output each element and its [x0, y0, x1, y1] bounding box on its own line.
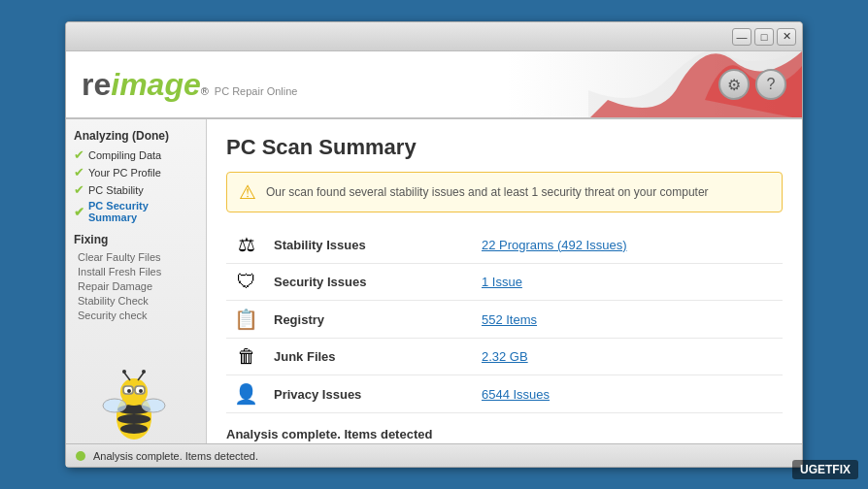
- check-icon: ✔: [74, 147, 84, 162]
- table-row: 📋 Registry 552 Items: [226, 301, 783, 339]
- settings-icon: ⚙: [727, 76, 741, 94]
- privacy-label: Privacy Issues: [266, 375, 474, 413]
- sidebar-analyzing-title: Analyzing (Done): [74, 129, 198, 143]
- registry-label: Registry: [266, 301, 474, 339]
- analysis-complete-text: Analysis complete. Items detected: [226, 427, 783, 441]
- check-icon: ✔: [74, 165, 84, 179]
- sidebar-item-compiling: ✔ Compiling Data: [74, 147, 198, 162]
- logo-registered: ®: [201, 85, 209, 97]
- sidebar-item-label: PC Security Summary: [88, 200, 198, 223]
- logo-image: image: [111, 67, 200, 103]
- app-body: Analyzing (Done) ✔ Compiling Data ✔ Your…: [66, 119, 802, 443]
- registry-value[interactable]: 552 Items: [474, 301, 783, 339]
- help-icon: ?: [767, 76, 776, 93]
- svg-point-15: [122, 370, 126, 374]
- warning-text: Our scan found several stability issues …: [266, 185, 709, 199]
- stability-icon: ⚖: [226, 226, 266, 264]
- svg-point-18: [142, 399, 165, 412]
- maximize-button[interactable]: □: [754, 28, 774, 46]
- status-bar: Analysis complete. Items detected.: [66, 443, 802, 467]
- sidebar-item-stability: ✔ PC Stability: [74, 182, 198, 197]
- check-icon: ✔: [74, 182, 84, 197]
- bee-mascot: [85, 365, 183, 442]
- stability-value[interactable]: 22 Programs (492 Issues): [474, 226, 783, 264]
- main-window: — □ ✕ reimage® PC Repair Online ⚙ ?: [65, 21, 803, 468]
- security-label: Security Issues: [266, 264, 474, 301]
- sidebar-item-label: PC Stability: [88, 184, 144, 196]
- sidebar-item-security: ✔ PC Security Summary: [74, 200, 198, 223]
- svg-point-17: [103, 399, 126, 412]
- svg-point-4: [120, 424, 148, 434]
- junk-value[interactable]: 2.32 GB: [474, 339, 783, 375]
- status-text: Analysis complete. Items detected.: [93, 450, 258, 462]
- check-icon: ✔: [74, 205, 84, 219]
- status-dot: [76, 451, 85, 461]
- svg-point-9: [139, 389, 143, 393]
- minimize-button[interactable]: —: [732, 28, 751, 46]
- junk-label: Junk Files: [266, 339, 474, 375]
- sidebar-fix-repair: Repair Damage: [74, 280, 198, 292]
- security-value[interactable]: 1 Issue: [474, 264, 783, 301]
- svg-line-13: [124, 373, 130, 380]
- logo-re: re: [82, 67, 111, 103]
- registry-icon: 📋: [226, 301, 266, 339]
- warning-banner: ⚠ Our scan found several stability issue…: [226, 172, 783, 212]
- logo-subtitle: PC Repair Online: [215, 85, 298, 97]
- stability-label: Stability Issues: [266, 226, 474, 264]
- table-row: ⚖ Stability Issues 22 Programs (492 Issu…: [226, 226, 783, 264]
- logo: reimage® PC Repair Online: [82, 67, 297, 103]
- svg-point-16: [142, 370, 146, 374]
- sidebar-fix-install: Install Fresh Files: [74, 266, 198, 277]
- privacy-value[interactable]: 6544 Issues: [474, 375, 783, 413]
- svg-line-14: [138, 373, 144, 380]
- table-row: 🛡 Security Issues 1 Issue: [226, 264, 783, 301]
- main-content: PC Scan Summary ⚠ Our scan found several…: [207, 119, 802, 443]
- sidebar-item-label: Compiling Data: [88, 149, 161, 161]
- table-row: 🗑 Junk Files 2.32 GB: [226, 339, 783, 375]
- security-icon: 🛡: [226, 264, 266, 301]
- header-icons: ⚙ ?: [718, 69, 786, 100]
- sidebar: Analyzing (Done) ✔ Compiling Data ✔ Your…: [66, 119, 207, 443]
- watermark: UGETFIX: [792, 460, 858, 479]
- help-icon-button[interactable]: ?: [755, 69, 786, 100]
- warning-icon: ⚠: [239, 180, 256, 204]
- junk-icon: 🗑: [226, 339, 266, 375]
- svg-point-3: [117, 414, 150, 424]
- sidebar-item-label: Your PC Profile: [88, 167, 161, 179]
- title-bar: — □ ✕: [66, 22, 802, 51]
- sidebar-fixing-title: Fixing: [74, 233, 198, 246]
- page-title: PC Scan Summary: [226, 135, 783, 160]
- table-row: 👤 Privacy Issues 6544 Issues: [226, 375, 783, 413]
- privacy-icon: 👤: [226, 375, 266, 413]
- sidebar-fix-clear: Clear Faulty Files: [74, 251, 198, 263]
- app-header: reimage® PC Repair Online ⚙ ?: [66, 51, 802, 119]
- close-button[interactable]: ✕: [777, 28, 796, 46]
- sidebar-fix-security: Security check: [74, 310, 198, 321]
- settings-icon-button[interactable]: ⚙: [718, 69, 750, 100]
- svg-point-8: [127, 389, 131, 393]
- sidebar-fix-stability: Stability Check: [74, 295, 198, 307]
- scan-results-table: ⚖ Stability Issues 22 Programs (492 Issu…: [226, 226, 783, 413]
- sidebar-item-profile: ✔ Your PC Profile: [74, 165, 198, 179]
